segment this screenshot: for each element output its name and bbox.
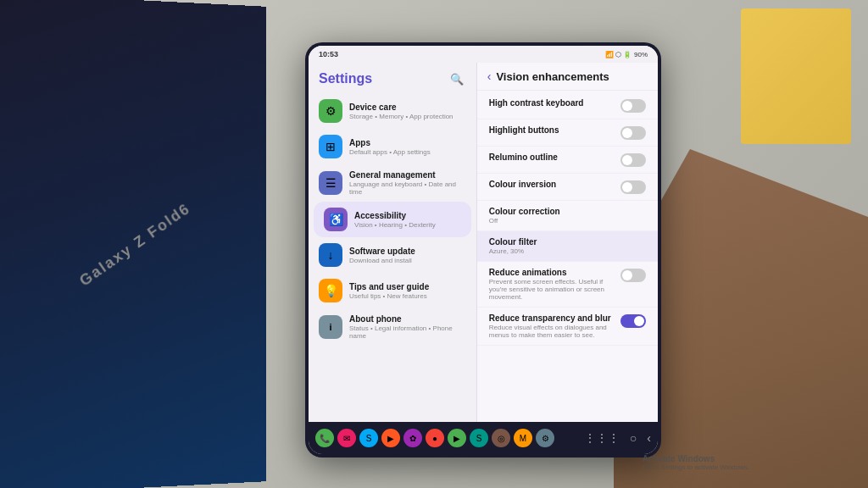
phone-box-label: Galaxy Z Fold6 <box>76 199 194 290</box>
general-sub: Language and keyboard • Date and time <box>349 180 466 196</box>
nav-app-phone[interactable]: 📞 <box>315 429 334 447</box>
vision-item-filter[interactable]: Colour filter Azure, 30% <box>477 231 658 262</box>
settings-panel: Settings 🔍 ⚙ Device care Storage • Memor… <box>309 63 476 422</box>
nav-app-play[interactable]: ▶ <box>381 429 400 447</box>
nav-app-brown[interactable]: ◎ <box>492 429 510 447</box>
search-button[interactable]: 🔍 <box>448 69 466 88</box>
screen-content: Settings 🔍 ⚙ Device care Storage • Memor… <box>309 63 658 422</box>
settings-title: Settings <box>319 71 372 86</box>
nav-app-red[interactable]: ● <box>426 429 444 447</box>
nav-app-orange[interactable]: M <box>514 429 532 447</box>
accessibility-icon: ♿ <box>324 208 348 231</box>
software-title: Software update <box>349 247 466 256</box>
menu-item-software[interactable]: ↓ Software update Download and install <box>309 237 476 273</box>
vision-item-correction[interactable]: Colour correction Off <box>477 201 658 231</box>
activate-line1: Activate Windows <box>643 454 749 463</box>
nav-apps: 📞 ✉ S ▶ ✿ ● ▶ S ◎ M ⚙ <box>315 429 554 447</box>
status-bar: 10:53 📶 ⬡ 🔋 90% <box>309 46 658 63</box>
vision-header: ‹ Vision enhancements <box>477 63 658 91</box>
device-care-title: Device care <box>349 103 466 112</box>
menu-item-about[interactable]: i About phone Status • Legal information… <box>309 308 476 346</box>
vision-item-relumino[interactable]: Relumino outline <box>477 147 658 174</box>
vision-item-transparency[interactable]: Reduce transparency and blur Reduce visu… <box>477 308 658 346</box>
nav-bar: 📞 ✉ S ▶ ✿ ● ▶ S ◎ M ⚙ ⋮⋮⋮ ○ ‹ <box>309 422 658 454</box>
status-indicators: 📶 ⬡ 🔋 <box>605 51 632 58</box>
nav-app-green[interactable]: ▶ <box>448 429 466 447</box>
nav-home-button[interactable]: ○ <box>630 431 637 445</box>
battery-percent: 90% <box>634 51 648 58</box>
transparency-toggle[interactable] <box>620 314 646 328</box>
animations-toggle[interactable] <box>620 269 646 282</box>
software-sub: Download and install <box>349 257 466 264</box>
general-icon: ☰ <box>319 171 342 195</box>
nav-back-button[interactable]: ‹ <box>647 431 651 445</box>
animations-sub: Prevent some screen effects. Useful if y… <box>489 278 620 301</box>
menu-item-apps[interactable]: ⊞ Apps Default apps • App settings <box>309 129 476 164</box>
status-icons: 📶 ⬡ 🔋 90% <box>605 51 648 58</box>
relumino-title: Relumino outline <box>489 152 620 162</box>
vision-panel: ‹ Vision enhancements High contrast keyb… <box>476 63 658 422</box>
activate-line2: Go to Settings to activate Windows. <box>643 463 749 471</box>
transparency-title: Reduce transparency and blur <box>489 313 620 323</box>
vision-title: Vision enhancements <box>496 70 609 83</box>
vision-item-highlight[interactable]: Highlight buttons <box>477 119 658 147</box>
back-button[interactable]: ‹ <box>487 69 492 83</box>
relumino-toggle[interactable] <box>620 153 646 167</box>
highlight-toggle[interactable] <box>620 126 646 140</box>
animations-title: Reduce animations <box>489 268 620 277</box>
general-title: General management <box>349 170 466 180</box>
menu-item-device-care[interactable]: ⚙ Device care Storage • Memory • App pro… <box>309 93 476 129</box>
lego-object <box>741 8 851 144</box>
inversion-toggle[interactable] <box>620 180 646 194</box>
nav-recent-button[interactable]: ⋮⋮⋮ <box>584 431 620 445</box>
vision-list: High contrast keyboard Highlight buttons <box>477 91 658 422</box>
correction-title: Colour correction <box>489 207 646 216</box>
inversion-title: Colour inversion <box>489 180 620 189</box>
vision-item-animations[interactable]: Reduce animations Prevent some screen ef… <box>477 262 658 308</box>
apps-icon: ⊞ <box>319 135 342 158</box>
phone-device: 10:53 📶 ⬡ 🔋 90% Settings 🔍 ⚙ <box>305 42 661 458</box>
menu-item-general[interactable]: ☰ General management Language and keyboa… <box>309 164 476 202</box>
nav-app-msg[interactable]: ✉ <box>337 429 356 447</box>
phone-screen: 10:53 📶 ⬡ 🔋 90% Settings 🔍 ⚙ <box>309 46 658 454</box>
menu-item-accessibility[interactable]: ♿ Accessibility Vision • Hearing • Dexte… <box>314 202 471 237</box>
nav-app-bixby[interactable]: ✿ <box>403 429 422 447</box>
about-icon: i <box>319 315 342 339</box>
device-care-icon: ⚙ <box>319 99 342 123</box>
nav-app-s1[interactable]: S <box>359 429 378 447</box>
nav-controls: ⋮⋮⋮ ○ ‹ <box>584 431 651 445</box>
filter-sub: Azure, 30% <box>489 247 646 255</box>
tips-title: Tips and user guide <box>349 282 466 291</box>
vision-item-high-contrast[interactable]: High contrast keyboard <box>477 92 658 119</box>
tips-sub: Useful tips • New features <box>349 292 466 300</box>
high-contrast-title: High contrast keyboard <box>489 98 620 108</box>
menu-item-tips[interactable]: 💡 Tips and user guide Useful tips • New … <box>309 273 476 308</box>
highlight-title: Highlight buttons <box>489 125 620 135</box>
accessibility-title: Accessibility <box>354 211 461 220</box>
tips-icon: 💡 <box>319 279 342 302</box>
status-time: 10:53 <box>319 50 338 58</box>
software-icon: ↓ <box>319 243 342 267</box>
high-contrast-toggle[interactable] <box>620 99 646 113</box>
apps-sub: Default apps • App settings <box>349 148 466 156</box>
about-sub: Status • Legal information • Phone name <box>349 324 466 340</box>
correction-sub: Off <box>489 217 646 225</box>
transparency-sub: Reduce visual effects on dialogues and m… <box>489 324 620 339</box>
apps-title: Apps <box>349 138 466 147</box>
filter-title: Colour filter <box>489 237 646 247</box>
nav-app-teal[interactable]: S <box>470 429 488 447</box>
about-title: About phone <box>349 314 466 324</box>
accessibility-sub: Vision • Hearing • Dexterity <box>354 221 461 229</box>
device-care-sub: Storage • Memory • App protection <box>349 113 466 120</box>
nav-app-settings[interactable]: ⚙ <box>536 429 554 447</box>
activate-windows-watermark: Activate Windows Go to Settings to activ… <box>643 454 749 471</box>
menu-list: ⚙ Device care Storage • Memory • App pro… <box>309 93 476 422</box>
phone-box: Galaxy Z Fold6 <box>0 0 266 488</box>
settings-header: Settings 🔍 <box>309 63 476 93</box>
vision-item-inversion[interactable]: Colour inversion <box>477 174 658 201</box>
